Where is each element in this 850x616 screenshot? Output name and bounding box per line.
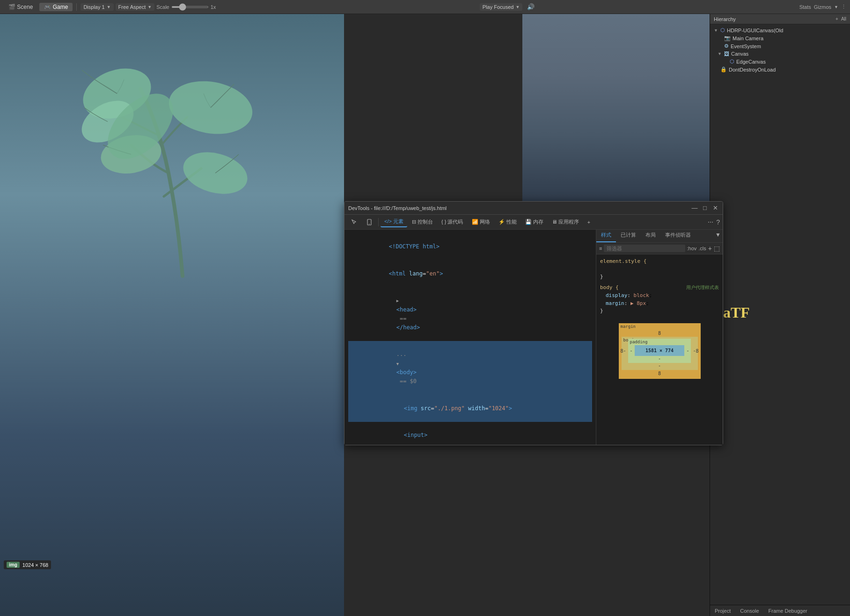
scale-slider[interactable] (171, 6, 209, 8)
application-tab[interactable]: 🖥 应用程序 (548, 217, 583, 227)
close-button[interactable]: ✕ (711, 204, 719, 212)
tab-event-listeners[interactable]: 事件侦听器 (660, 230, 696, 242)
margin-right-val: 8 (696, 348, 698, 354)
network-tab[interactable]: 📶 网络 (468, 217, 494, 227)
inspect-style-icon[interactable]: ⬚ (714, 245, 720, 252)
expand-arrow[interactable]: ▼ (396, 362, 399, 366)
tree-label: Canvas (731, 51, 748, 57)
margin-bottom-val: 8 (622, 371, 698, 376)
elements-tab[interactable]: </> 元素 (381, 217, 407, 227)
expand-arrow[interactable]: ▶ (396, 298, 399, 303)
margin-top-val: 8 (622, 331, 698, 336)
tab-game[interactable]: 🎮 Game (39, 3, 73, 11)
html-line-html: <html lang="en"> (348, 261, 592, 288)
memory-tab[interactable]: 💾 内存 (521, 217, 547, 227)
devtools-styles-panel: 样式 已计算 布局 事件侦听器 ▼ ≡ :hov .cls + ⬚ (596, 230, 723, 445)
tree-label: Main Camera (733, 36, 763, 41)
sources-label: { } 源代码 (441, 218, 463, 225)
minimize-button[interactable]: — (691, 204, 698, 212)
hierarchy-title: Hierarchy (714, 16, 736, 22)
device-btn[interactable] (362, 217, 376, 227)
more-tabs-btn[interactable]: + (584, 218, 594, 226)
display-selector[interactable]: Display 1 ▼ (81, 3, 113, 11)
scale-control: Scale 1x (156, 4, 216, 10)
console-tab[interactable]: ⊟ 控制台 (408, 217, 437, 227)
body-style-rule: body { 用户代理样式表 display: block; margin: ▶… (600, 284, 719, 314)
html-line-head[interactable]: ▶ <head> == </head> (348, 287, 592, 341)
element-style-rule: element.style { } (600, 258, 719, 280)
tree-label: EdgeCanvas (736, 59, 766, 65)
leaf-illustration (47, 33, 328, 295)
svg-point-7 (369, 224, 370, 225)
devtools-right-controls: ⋯ ? (708, 218, 720, 226)
devtools-window: DevTools - file:///D:/Temp/uweb_test/js.… (344, 201, 723, 445)
camera-icon: 📷 (724, 35, 731, 41)
aspect-selector[interactable]: Free Aspect ▼ (116, 3, 155, 11)
border-box: border - padding - 1581 × 774 (622, 337, 698, 370)
tab-layout[interactable]: 布局 (641, 230, 660, 242)
main-layout: img 1024 × 768 aTF Hierarchy + All ▼ ⬡ (0, 14, 850, 616)
gizmos-label[interactable]: Gizmos (814, 4, 831, 10)
border-bottom-val: - (623, 363, 696, 368)
tree-item-hdrp[interactable]: ▼ ⬡ HDRP-UGUICanvas(Old (710, 26, 850, 34)
play-focused-selector[interactable]: Play Focused ▼ (480, 3, 523, 11)
html-line-doctype: <!DOCTYPE html> (348, 233, 592, 261)
inspect-icon-btn[interactable] (347, 217, 361, 227)
tab-styles[interactable]: 样式 (596, 230, 616, 242)
hierarchy-controls: + All (835, 16, 846, 22)
hierarchy-add-icon[interactable]: + (835, 16, 838, 22)
tree-label: DontDestroyOnLoad (729, 67, 776, 72)
img-tag-info: img 1024 × 768 (4, 560, 51, 569)
styles-toolbar: ≡ :hov .cls + ⬚ (596, 243, 723, 254)
cls-toggle[interactable]: .cls (698, 246, 706, 251)
chevron-down-icon: ▼ (147, 5, 152, 9)
tab-frame-debugger[interactable]: Frame Debugger (764, 607, 812, 615)
performance-tab[interactable]: ⚡ 性能 (495, 217, 520, 227)
more-icon[interactable]: ⋮ (841, 4, 846, 10)
devtools-close-btn[interactable]: ? (716, 218, 720, 226)
tree-item-edgecanvas[interactable]: ⬡ EdgeCanvas (710, 58, 850, 65)
performance-label: ⚡ 性能 (498, 218, 517, 225)
devtools-titlebar: DevTools - file:///D:/Temp/uweb_test/js.… (344, 202, 723, 215)
tree-item-canvas[interactable]: ▼ 🖼 Canvas (710, 50, 850, 58)
content-box: 1581 × 774 (635, 345, 685, 356)
border-left-val: - (623, 348, 626, 353)
html-line-body[interactable]: ... ▼ <body> == $0 (348, 341, 592, 395)
tree-item-eventsystem[interactable]: ⚙ EventSystem (710, 42, 850, 50)
tree-label: EventSystem (731, 43, 761, 49)
stats-label[interactable]: Stats (799, 4, 811, 10)
restore-button[interactable]: □ (701, 204, 709, 212)
chevron-down-icon: ▼ (107, 5, 111, 9)
prefab-icon: ⬡ (720, 27, 725, 33)
margin-left-val: 8 (621, 348, 623, 354)
separator (76, 3, 77, 11)
tab-computed[interactable]: 已计算 (616, 230, 641, 242)
scale-label: Scale (156, 4, 169, 10)
canvas-icon: 🖼 (724, 51, 729, 57)
styles-tabs: 样式 已计算 布局 事件侦听器 ▼ (596, 230, 723, 243)
tab-project[interactable]: Project (710, 607, 735, 615)
tree-item-dontdestroy[interactable]: 🔒 DontDestroyOnLoad (710, 65, 850, 73)
margin-label: margin (621, 324, 636, 329)
tree-arrow: ▼ (714, 28, 718, 33)
tab-scene[interactable]: 🎬 Scene (4, 3, 37, 11)
tab-console[interactable]: Console (735, 607, 763, 615)
padding-right-val: - (686, 348, 689, 353)
audio-icon[interactable]: 🔊 (526, 2, 535, 12)
devtools-more-icon[interactable]: ⋯ (708, 219, 713, 225)
html-line-img[interactable]: <img src="./1.png" width="1024"> (348, 395, 592, 422)
chevron-down-icon: ▼ (515, 5, 520, 9)
separator (378, 218, 379, 226)
hierarchy-all-label[interactable]: All (841, 16, 846, 22)
sources-tab[interactable]: { } 源代码 (438, 217, 467, 227)
tree-item-main-camera[interactable]: 📷 Main Camera (710, 34, 850, 42)
edgecanvas-icon: ⬡ (730, 58, 734, 65)
box-model-section: margin 8 border - padding (600, 323, 719, 379)
unity-topbar: 🎬 Scene 🎮 Game Display 1 ▼ Free Aspect ▼… (0, 0, 850, 14)
hov-toggle[interactable]: :hov (687, 246, 697, 251)
add-style-icon[interactable]: + (708, 245, 712, 252)
html-line-input[interactable]: <input> (348, 422, 592, 445)
padding-left-val: - (630, 348, 633, 353)
styles-filter-input[interactable] (604, 245, 685, 252)
styles-settings-icon[interactable]: ▼ (713, 230, 723, 242)
